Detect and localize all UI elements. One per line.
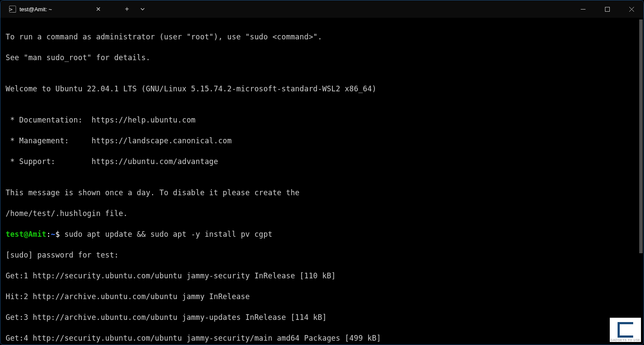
tab-dropdown-button[interactable]: [136, 2, 150, 16]
terminal-output[interactable]: To run a command as administrator (user …: [0, 18, 644, 345]
motd-line: To run a command as administrator (user …: [6, 32, 638, 42]
prompt-symbol: $: [55, 230, 60, 239]
minimize-button[interactable]: [571, 0, 595, 18]
motd-support: * Support: https://ubuntu.com/advantage: [6, 156, 638, 167]
close-button[interactable]: [619, 0, 644, 18]
titlebar: >_ test@Amit: ~ ✕ +: [0, 0, 644, 18]
prompt-colon: :: [46, 230, 51, 239]
motd-line: See "man sudo_root" for details.: [6, 52, 638, 63]
window-controls: [571, 0, 644, 18]
terminal-icon: >_: [9, 6, 16, 13]
watermark-logo: GADGETS TO USE: [610, 318, 641, 342]
new-tab-button[interactable]: +: [120, 2, 134, 16]
watermark-text: GADGETS TO USE: [610, 339, 641, 342]
tab-title: test@Amit: ~: [20, 6, 91, 13]
apt-line: Get:4 http://security.ubuntu.com/ubuntu …: [6, 333, 638, 343]
close-icon: [629, 7, 634, 12]
command-text: [60, 230, 64, 239]
scrollbar[interactable]: [639, 19, 643, 343]
scrollbar-thumb[interactable]: [639, 19, 643, 253]
motd-doc: * Documentation: https://help.ubuntu.com: [6, 115, 638, 125]
maximize-icon: [605, 7, 610, 12]
prompt-path: ~: [51, 230, 55, 239]
sudo-password-prompt: [sudo] password for test:: [6, 250, 638, 260]
svg-rect-1: [605, 7, 609, 11]
motd-once1: This message is shown once a day. To dis…: [6, 187, 638, 198]
minimize-icon: [581, 7, 585, 12]
tab-close-button[interactable]: ✕: [94, 5, 103, 13]
apt-line: Get:3 http://archive.ubuntu.com/ubuntu j…: [6, 312, 638, 322]
chevron-down-icon: [140, 8, 145, 10]
apt-line: Hit:2 http://archive.ubuntu.com/ubuntu j…: [6, 291, 638, 302]
motd-welcome: Welcome to Ubuntu 22.04.1 LTS (GNU/Linux…: [6, 84, 638, 94]
maximize-button[interactable]: [595, 0, 619, 18]
prompt-user: test@Amit: [6, 230, 46, 239]
prompt-line: test@Amit:~$ sudo apt update && sudo apt…: [6, 229, 638, 239]
apt-line: Get:1 http://security.ubuntu.com/ubuntu …: [6, 271, 638, 281]
command-text: sudo apt update && sudo apt -y install p…: [65, 230, 273, 239]
tab-terminal[interactable]: >_ test@Amit: ~ ✕: [4, 0, 108, 18]
motd-mgmt: * Management: https://landscape.canonica…: [6, 135, 638, 146]
motd-once2: /home/test/.hushlogin file.: [6, 208, 638, 219]
